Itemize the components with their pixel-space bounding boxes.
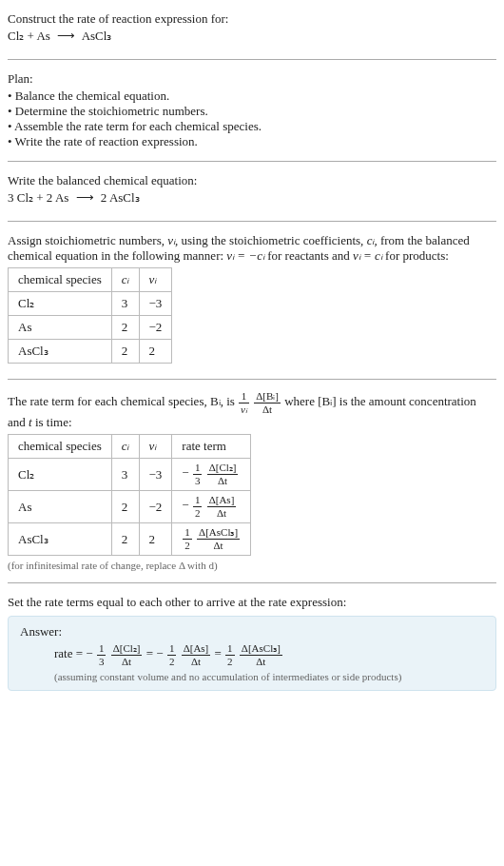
num: Δ[As] <box>207 495 237 507</box>
delta-frac: Δ[Cl₂]Δt <box>111 643 143 667</box>
table-header-row: chemical species cᵢ νᵢ rate term <box>9 435 251 459</box>
nu-i: νᵢ <box>167 233 175 247</box>
cell-species: As <box>9 316 112 340</box>
col-ci: cᵢ <box>111 435 139 459</box>
cell-rate-term: − 13 Δ[Cl₂]Δt <box>172 459 251 491</box>
cell-ci: 2 <box>111 316 139 340</box>
sign: − <box>182 465 188 480</box>
cell-nui: −2 <box>139 491 172 523</box>
sign: − <box>182 498 188 512</box>
plan-list: Balance the chemical equation. Determine… <box>8 89 496 149</box>
divider <box>8 161 496 162</box>
num: 1 <box>225 643 235 656</box>
equals: = <box>215 646 225 660</box>
num: 1 <box>193 463 203 475</box>
den: 2 <box>225 656 235 667</box>
col-rate: rate term <box>172 435 251 459</box>
den: Δt <box>111 656 143 667</box>
balanced-label: Write the balanced chemical equation: <box>8 173 496 188</box>
rate-terms-table: chemical species cᵢ νᵢ rate term Cl₂ 3 −… <box>8 434 251 556</box>
cell-ci: 2 <box>111 523 139 556</box>
num: 1 <box>97 643 107 656</box>
answer-label: Answer: <box>20 624 484 640</box>
delta-frac: Δ[As]Δt <box>207 495 237 519</box>
plan-item: Assemble the rate term for each chemical… <box>8 119 496 134</box>
table-row: AsCl₃ 2 2 12 Δ[AsCl₃]Δt <box>9 523 251 556</box>
cell-ci: 2 <box>111 491 139 523</box>
coeff-frac: 12 <box>193 495 203 519</box>
final-label: Set the rate terms equal to each other t… <box>8 595 496 610</box>
delta-frac: Δ[AsCl₃]Δt <box>240 643 282 667</box>
balanced-equation: 3 Cl₂ + 2 As ⟶ 2 AsCl₃ <box>8 190 496 206</box>
prompt-rhs: AsCl₃ <box>82 29 112 43</box>
answer-note: (assuming constant volume and no accumul… <box>54 671 484 682</box>
col-species: chemical species <box>9 435 112 459</box>
prompt-lhs: Cl₂ + As <box>8 29 50 43</box>
cell-species: AsCl₃ <box>9 340 112 364</box>
products-eq: νᵢ = cᵢ <box>353 248 382 263</box>
cell-species: Cl₂ <box>9 459 112 491</box>
den: Δt <box>182 656 211 667</box>
text: , using the stoichiometric coefficients, <box>175 233 367 247</box>
delta-frac: Δ[As]Δt <box>182 643 211 667</box>
Bi: Bᵢ <box>210 394 221 408</box>
rate-terms-note: (for infinitesimal rate of change, repla… <box>8 560 496 571</box>
divider <box>8 59 496 60</box>
term: 12 Δ[AsCl₃]Δt <box>224 646 283 660</box>
prompt-label: Construct the rate of reaction expressio… <box>8 11 496 27</box>
text: Assign stoichiometric numbers, <box>8 233 167 247</box>
term: − 13 Δ[Cl₂]Δt <box>86 646 145 660</box>
table-row: AsCl₃ 2 2 <box>9 340 172 364</box>
arrow-icon: ⟶ <box>57 29 75 44</box>
stoich-intro: Assign stoichiometric numbers, νᵢ, using… <box>8 233 496 264</box>
balanced-rhs: 2 AsCl₃ <box>101 190 140 205</box>
coeff-frac: 13 <box>97 643 107 667</box>
equals: = <box>146 646 157 660</box>
delta-frac: Δ[Bᵢ] Δt <box>254 391 281 415</box>
coeff-frac: 12 <box>183 527 192 551</box>
plan-section: Plan: Balance the chemical equation. Det… <box>8 68 496 153</box>
num: Δ[AsCl₃] <box>240 643 282 656</box>
plan-item: Write the rate of reaction expression. <box>8 134 496 149</box>
cell-rate-term: − 12 Δ[As]Δt <box>172 491 251 523</box>
arrow-icon: ⟶ <box>76 190 94 206</box>
conc: [Bᵢ] <box>318 394 336 408</box>
den: 3 <box>193 475 203 486</box>
plan-item: Balance the chemical equation. <box>8 89 496 104</box>
coeff-frac: 12 <box>225 643 235 667</box>
den: 2 <box>183 540 192 551</box>
col-species: chemical species <box>9 268 112 292</box>
den: Δt <box>197 540 240 551</box>
plan-item: Determine the stoichiometric numbers. <box>8 104 496 119</box>
table-row: Cl₂ 3 −3 − 13 Δ[Cl₂]Δt <box>9 459 251 491</box>
coeff-frac: 1 νᵢ <box>239 391 249 415</box>
cell-nui: −3 <box>139 292 172 316</box>
den: Δt <box>240 656 282 667</box>
num: Δ[AsCl₃] <box>197 527 240 540</box>
rate-lead: rate = <box>54 646 86 660</box>
col-nui: νᵢ <box>139 435 172 459</box>
plan-label: Plan: <box>8 71 496 87</box>
coeff-frac: 13 <box>193 463 203 486</box>
stoich-section: Assign stoichiometric numbers, νᵢ, using… <box>8 229 496 371</box>
divider <box>8 221 496 222</box>
balanced-section: Write the balanced chemical equation: 3 … <box>8 169 496 213</box>
reactants-eq: νᵢ = −cᵢ <box>226 248 264 263</box>
rate-terms-section: The rate term for each chemical species,… <box>8 387 496 575</box>
text: where <box>284 394 318 408</box>
coeff-frac: 12 <box>167 643 177 667</box>
prompt-section: Construct the rate of reaction expressio… <box>8 8 496 51</box>
table-row: As 2 −2 <box>9 316 172 340</box>
num: Δ[Cl₂] <box>207 463 239 475</box>
num: 1 <box>167 643 177 656</box>
cell-species: AsCl₃ <box>9 523 112 556</box>
text: is time: <box>32 415 72 429</box>
den: 2 <box>193 507 203 519</box>
table-row: As 2 −2 − 12 Δ[As]Δt <box>9 491 251 523</box>
text: , is <box>221 394 238 408</box>
answer-expression: rate = − 13 Δ[Cl₂]Δt = − 12 Δ[As]Δt = 12… <box>54 643 484 667</box>
prompt-equation: Cl₂ + As ⟶ AsCl₃ <box>8 29 496 44</box>
cell-species: As <box>9 491 112 523</box>
den: Δt <box>207 475 239 486</box>
final-section: Set the rate terms equal to each other t… <box>8 591 496 695</box>
